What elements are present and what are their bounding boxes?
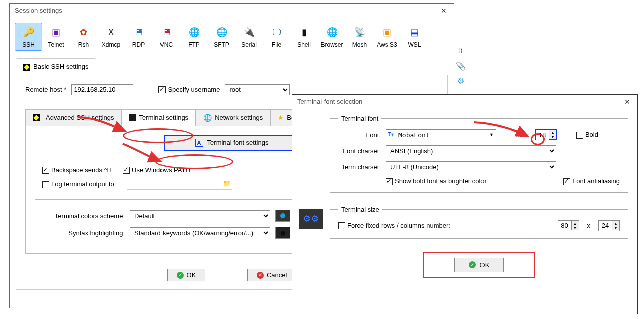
username-select[interactable]: root <box>225 84 290 95</box>
tab-basic-ssh[interactable]: Basic SSH settings <box>16 58 96 75</box>
antialiasing-label: Font antialiasing <box>572 177 620 185</box>
protocol-xdmcp[interactable]: XXdmcp <box>97 23 125 51</box>
font-charset-select[interactable]: ANSI (English) <box>386 145 556 156</box>
font-select[interactable]: Tᴛ MobaFont ▼ <box>386 129 496 140</box>
protocol-serial[interactable]: 🔌Serial <box>235 23 263 51</box>
check-icon: ✓ <box>177 272 184 279</box>
term-charset-select[interactable]: UTF-8 (Unicode) <box>386 161 556 172</box>
brighter-color-label: Show bold font as brighter color <box>395 177 487 185</box>
syntax-highlight-select[interactable]: Standard keywords (OK/warning/error/...) <box>130 227 270 238</box>
subtab-advanced-ssh-label: Advanced SSH settings <box>46 114 114 121</box>
protocol-shell-label: Shell <box>291 41 317 48</box>
protocol-file-label: File <box>263 41 290 48</box>
bold-checkbox[interactable]: Bold <box>576 131 598 139</box>
palette-icon <box>280 213 285 218</box>
font-ok-button[interactable]: ✓OK <box>454 258 504 272</box>
colors-preview-button[interactable] <box>275 210 290 222</box>
protocol-wsl[interactable]: ▤WSL <box>401 23 428 51</box>
log-output-label: Log terminal output to: <box>51 180 116 188</box>
columns-input[interactable] <box>558 221 571 231</box>
subtab-advanced-ssh[interactable]: Advanced SSH settings <box>25 109 122 126</box>
session-ok-label: OK <box>187 271 196 279</box>
rows-input[interactable] <box>599 221 612 231</box>
check-icon: ✓ <box>469 261 476 268</box>
winpath-checkbox[interactable]: Use Windows PATH <box>123 166 190 174</box>
specify-username-label: Specify username <box>168 86 220 93</box>
session-ok-button[interactable]: ✓OK <box>167 269 206 281</box>
protocol-wsl-label: WSL <box>401 41 428 48</box>
colors-scheme-label: Terminal colors scheme: <box>42 212 125 220</box>
protocol-browser[interactable]: 🌐Browser <box>318 23 346 51</box>
session-title: Session settings <box>15 4 439 18</box>
protocol-browser-label: Browser <box>318 41 345 48</box>
grid-icon: ▦ <box>281 230 285 236</box>
awss3-icon: ▣ <box>374 26 400 38</box>
protocol-awss3[interactable]: ▣Aws S3 <box>373 23 401 51</box>
protocol-mosh[interactable]: 📡Mosh <box>346 23 373 51</box>
browser-icon: 🌐 <box>318 26 345 38</box>
protocol-sftp-label: SFTP <box>208 41 235 48</box>
log-output-path-input[interactable] <box>127 179 232 190</box>
spin-up-icon[interactable]: ▲ <box>572 221 579 226</box>
force-fixed-checkbox[interactable]: Force fixed rows / columns number: <box>338 222 450 230</box>
spin-up-icon[interactable]: ▲ <box>549 130 556 135</box>
specify-username-checkbox[interactable]: Specify username <box>158 86 220 94</box>
remote-host-input[interactable] <box>71 84 133 95</box>
close-icon[interactable]: ✕ <box>439 4 449 18</box>
terminal-font-legend: Terminal font <box>338 115 381 122</box>
rows-spinner[interactable]: ▲▼ <box>598 220 620 231</box>
protocol-rdp[interactable]: 🖥RDP <box>125 23 152 51</box>
protocol-row: 🔑SSH▣Telnet✿RshXXdmcp🖥RDP🖥VNC🌐FTP🌐SFTP🔌S… <box>10 18 454 54</box>
backspace-checkbox[interactable]: Backspace sends ^H <box>42 166 112 174</box>
subtab-network-settings[interactable]: 🌐Network settings <box>196 109 270 126</box>
terminal-font-fieldset: Terminal font Font: Tᴛ MobaFont ▼ Size: … <box>330 115 628 193</box>
protocol-ftp-label: FTP <box>181 41 207 48</box>
bg-hint-it: it <box>454 44 467 57</box>
protocol-sftp[interactable]: 🌐SFTP <box>208 23 235 51</box>
session-cancel-button[interactable]: ✕Cancel <box>247 269 296 281</box>
spin-down-icon[interactable]: ▼ <box>572 226 579 230</box>
log-output-checkbox[interactable]: Log terminal output to: <box>42 180 116 188</box>
protocol-serial-label: Serial <box>236 41 262 48</box>
protocol-rsh[interactable]: ✿Rsh <box>70 23 97 51</box>
close-icon[interactable]: ✕ <box>622 95 632 109</box>
protocol-shell[interactable]: ▮Shell <box>290 23 318 51</box>
serial-icon: 🔌 <box>236 26 262 38</box>
tab-basic-ssh-label: Basic SSH settings <box>33 63 89 70</box>
term-charset-label: Term charset: <box>338 163 381 171</box>
spin-down-icon[interactable]: ▼ <box>612 226 619 230</box>
file-icon: 🖵 <box>263 26 290 38</box>
protocol-ftp[interactable]: 🌐FTP <box>180 23 208 51</box>
columns-spinner[interactable]: ▲▼ <box>558 220 579 231</box>
protocol-mosh-label: Mosh <box>346 41 373 48</box>
protocol-vnc[interactable]: 🖥VNC <box>152 23 180 51</box>
terminal-font-settings-button[interactable]: A Terminal font settings <box>164 135 300 151</box>
font-size-spinner[interactable]: ▲▼ <box>535 129 557 140</box>
terminal-size-fieldset: Terminal size Force fixed rows / columns… <box>330 206 628 239</box>
ssh-icon: 🔑 <box>15 26 42 38</box>
font-ok-highlight: ✓OK <box>423 252 535 278</box>
protocol-telnet[interactable]: ▣Telnet <box>42 23 70 51</box>
syntax-preview-button[interactable]: ▦ <box>275 227 290 239</box>
font-value: MobaFont <box>398 131 430 139</box>
font-ok-label: OK <box>480 261 490 269</box>
telnet-icon: ▣ <box>43 26 69 38</box>
rdp-icon: 🖥 <box>125 26 152 38</box>
antialiasing-checkbox[interactable]: Font antialiasing <box>563 177 620 185</box>
spin-up-icon[interactable]: ▲ <box>612 221 619 226</box>
xdmcp-icon: X <box>98 26 124 38</box>
syntax-highlight-label: Syntax highlighting: <box>42 229 125 237</box>
chevron-down-icon: ▼ <box>489 132 494 137</box>
star-icon: ★ <box>278 114 284 121</box>
brighter-color-checkbox[interactable]: Show bold font as brighter color <box>386 177 487 185</box>
protocol-rdp-label: RDP <box>125 41 152 48</box>
font-size-input[interactable] <box>536 130 549 140</box>
session-titlebar: Session settings ✕ <box>10 4 454 18</box>
protocol-file[interactable]: 🖵File <box>263 23 290 51</box>
spin-down-icon[interactable]: ▼ <box>549 135 556 139</box>
protocol-ssh[interactable]: 🔑SSH <box>15 23 42 51</box>
colors-scheme-select[interactable]: Default <box>130 210 270 221</box>
protocol-xdmcp-label: Xdmcp <box>98 41 124 48</box>
subtab-terminal-settings[interactable]: Terminal settings <box>122 109 196 126</box>
subtab-terminal-settings-label: Terminal settings <box>139 114 189 121</box>
